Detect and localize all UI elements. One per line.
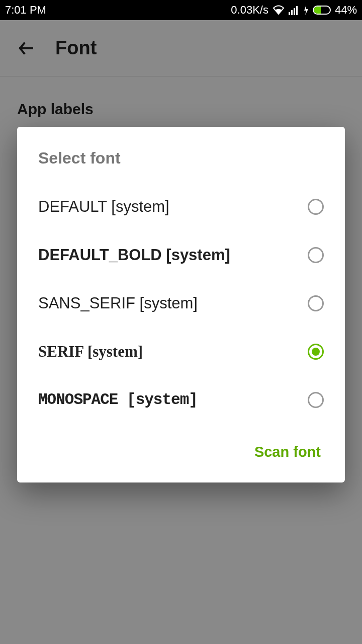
svg-rect-3 (296, 6, 298, 15)
option-label: SERIF [system] (38, 343, 143, 361)
select-font-dialog: Select font DEFAULT [system] DEFAULT_BOL… (17, 127, 345, 482)
scan-font-button[interactable]: Scan font (254, 444, 321, 460)
option-label: DEFAULT [system] (38, 198, 169, 216)
status-battery-pct: 44% (335, 4, 357, 17)
font-option-default-bold[interactable]: DEFAULT_BOLD [system] (17, 231, 345, 279)
option-label: DEFAULT_BOLD [system] (38, 246, 230, 264)
radio-icon-selected (308, 344, 324, 360)
dialog-actions: Scan font (17, 424, 345, 472)
radio-icon (308, 199, 324, 215)
status-time: 7:01 PM (5, 4, 46, 17)
font-option-monospace[interactable]: MONOSPACE [system] (17, 376, 345, 424)
option-label: MONOSPACE [system] (38, 391, 198, 409)
svg-rect-1 (291, 10, 293, 15)
dialog-title: Select font (17, 127, 345, 183)
svg-rect-2 (294, 8, 295, 15)
option-label: SANS_SERIF [system] (38, 294, 198, 312)
radio-icon (308, 392, 324, 408)
charging-icon (304, 5, 309, 15)
battery-icon (313, 6, 331, 15)
status-bar: 7:01 PM 0.03K/s 44% (0, 0, 362, 20)
svg-rect-0 (289, 12, 290, 15)
status-speed: 0.03K/s (231, 4, 268, 17)
font-options: DEFAULT [system] DEFAULT_BOLD [system] S… (17, 183, 345, 424)
wifi-icon (273, 5, 285, 15)
radio-icon (308, 247, 324, 263)
font-option-default[interactable]: DEFAULT [system] (17, 183, 345, 231)
signal-icon (289, 5, 300, 15)
font-option-serif[interactable]: SERIF [system] (17, 328, 345, 376)
status-right: 0.03K/s 44% (231, 4, 357, 17)
radio-icon (308, 295, 324, 311)
font-option-sans-serif[interactable]: SANS_SERIF [system] (17, 279, 345, 328)
